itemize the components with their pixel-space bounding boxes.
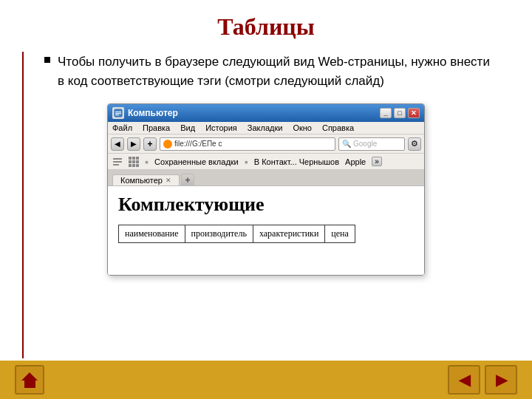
left-border-decoration <box>22 52 24 358</box>
grid-icon <box>129 157 139 167</box>
content-area: Чтобы получить в браузере следующий вид … <box>0 52 532 90</box>
address-bar[interactable]: file:///G:/ЕПе с <box>160 137 335 151</box>
bookmark-separator: ▪ <box>145 156 149 168</box>
table-cell-name: наименование <box>119 225 185 243</box>
tab-label: Компьютер <box>120 176 163 185</box>
titlebar-controls: _ □ ✕ <box>380 108 420 118</box>
menu-item-help[interactable]: Справка <box>322 123 354 132</box>
menu-item-file[interactable]: Файл <box>112 123 132 132</box>
table-row: наименование производитель характеристик… <box>119 225 355 243</box>
site-icon <box>163 140 172 149</box>
new-tab-button[interactable]: + <box>181 174 194 185</box>
browser-title: Компьютер <box>128 108 178 118</box>
bookmarks-icon <box>112 157 123 167</box>
browser-titlebar: Компьютер _ □ ✕ <box>108 104 424 122</box>
browser-window: Компьютер _ □ ✕ Файл Правка Вид История … <box>107 103 425 276</box>
menu-item-history[interactable]: История <box>205 123 237 132</box>
minimize-button[interactable]: _ <box>380 108 392 118</box>
browser-tab[interactable]: Компьютер ✕ <box>112 174 180 185</box>
table-cell-price: цена <box>325 225 355 243</box>
browser-menubar: Файл Правка Вид История Закладки Окно Сп… <box>108 122 424 134</box>
menu-item-window[interactable]: Окно <box>293 123 312 132</box>
address-text: file:///G:/ЕПе с <box>174 140 332 148</box>
page-title: Таблицы <box>0 0 532 52</box>
titlebar-left: Компьютер <box>112 107 178 119</box>
bookmark-apple[interactable]: Apple <box>345 157 366 166</box>
more-bookmarks-button[interactable]: » <box>372 157 382 166</box>
browser-bookmarks: ▪ Сохраненные вкладки ▪ В Контакт... Чер… <box>108 154 424 170</box>
data-table: наименование производитель характеристик… <box>118 225 355 243</box>
settings-button[interactable]: ⚙ <box>408 137 421 151</box>
svg-rect-6 <box>113 164 119 166</box>
bottom-navigation: ◀ ▶ <box>0 361 532 399</box>
close-button[interactable]: ✕ <box>408 108 420 118</box>
bookmark-saved-tabs[interactable]: Сохраненные вкладки <box>154 157 239 166</box>
bookmark-separator-2: ▪ <box>245 156 248 168</box>
home-button[interactable] <box>15 365 44 395</box>
browser-toolbar: ◀ ▶ + file:///G:/ЕПе с 🔍 Google ⚙ <box>108 134 424 154</box>
svg-rect-5 <box>113 161 122 163</box>
search-bar[interactable]: 🔍 Google <box>338 137 405 151</box>
back-button[interactable]: ◀ <box>111 137 124 151</box>
search-placeholder: Google <box>353 140 377 148</box>
browser-content: Комплектующие наименование производитель… <box>108 186 424 275</box>
svg-rect-2 <box>115 113 121 114</box>
svg-rect-1 <box>115 112 121 112</box>
tab-close-icon[interactable]: ✕ <box>166 177 171 184</box>
menu-item-edit[interactable]: Правка <box>143 123 170 132</box>
bookmark-vk[interactable]: В Контакт... Чернышов <box>254 157 339 166</box>
svg-rect-3 <box>115 115 119 115</box>
add-tab-button[interactable]: + <box>143 137 157 151</box>
svg-rect-4 <box>113 158 122 160</box>
browser-app-icon <box>112 107 124 119</box>
page-heading: Комплектующие <box>118 194 414 216</box>
bullet-square-icon <box>44 57 50 63</box>
search-icon: 🔍 <box>342 140 351 148</box>
menu-item-bookmarks[interactable]: Закладки <box>248 123 283 132</box>
bullet-item: Чтобы получить в браузере следующий вид … <box>44 52 495 90</box>
browser-tabbar: Компьютер ✕ + <box>108 170 424 186</box>
prev-slide-button[interactable]: ◀ <box>448 365 480 395</box>
bullet-text: Чтобы получить в браузере следующий вид … <box>58 52 495 90</box>
table-cell-specs: характеристики <box>253 225 324 243</box>
table-cell-manufacturer: производитель <box>185 225 253 243</box>
menu-item-view[interactable]: Вид <box>180 123 195 132</box>
next-slide-button[interactable]: ▶ <box>485 365 517 395</box>
maximize-button[interactable]: □ <box>394 108 406 118</box>
forward-button[interactable]: ▶ <box>127 137 140 151</box>
